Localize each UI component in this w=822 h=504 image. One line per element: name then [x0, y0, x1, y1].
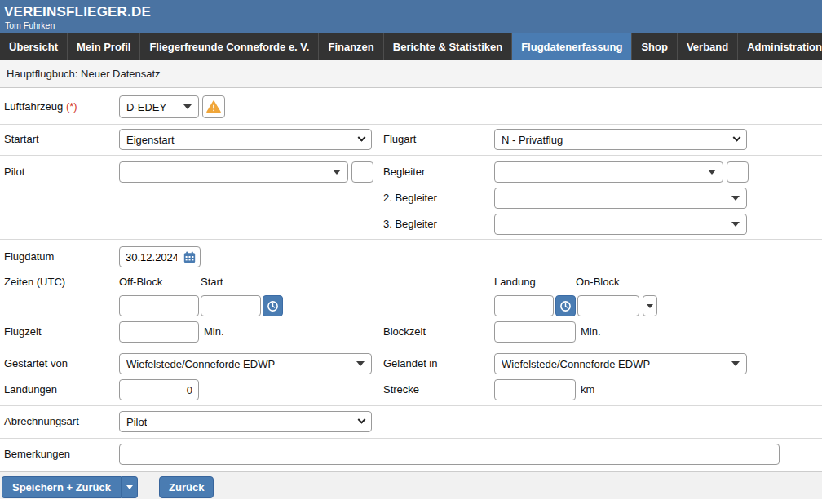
- begleiter2-combobox[interactable]: [494, 188, 747, 209]
- tab-administration[interactable]: Administration: [738, 33, 822, 60]
- begleiter3-combobox[interactable]: [494, 214, 747, 235]
- page: VEREINSFLIEGER.DE Tom Fuhrken Übersicht …: [0, 0, 822, 504]
- begleiter3-label: 3. Begleiter: [383, 218, 437, 230]
- gestartet-von-combobox[interactable]: Wiefelstede/Conneforde EDWP: [119, 353, 372, 374]
- strecke-unit: km: [581, 383, 594, 396]
- luftfahrzeug-value: D-EDEY: [126, 101, 166, 113]
- caret-down-icon: [647, 304, 653, 308]
- divider: [0, 239, 822, 240]
- startart-value: Eigenstart: [126, 134, 175, 146]
- bemerkungen-label: Bemerkungen: [4, 448, 70, 460]
- abrechnungsart-label: Abrechnungsart: [4, 415, 79, 427]
- begleiter-combobox[interactable]: [494, 161, 723, 183]
- zeiten-label: Zeiten (UTC): [4, 276, 65, 288]
- chevron-down-icon: [733, 133, 741, 141]
- divider: [0, 405, 822, 406]
- gestartet-von-label: Gestartet von: [4, 357, 68, 369]
- warning-icon: [206, 100, 221, 113]
- flugart-label: Flugart: [383, 133, 416, 145]
- divider: [0, 438, 822, 439]
- blockzeit-unit: Min.: [581, 325, 601, 338]
- brand-logo[interactable]: VEREINSFLIEGER.DE: [4, 4, 151, 20]
- landungen-input[interactable]: [119, 379, 199, 400]
- caret-down-icon: [333, 170, 341, 175]
- landungen-label: Landungen: [4, 383, 57, 396]
- on-block-input[interactable]: [577, 295, 639, 316]
- tab-flugdatenerfassung[interactable]: Flugdatenerfassung: [512, 33, 632, 60]
- app-header: VEREINSFLIEGER.DE Tom Fuhrken: [0, 0, 822, 33]
- tab-fliegerfreunde-conneforde[interactable]: Fliegerfreunde Conneforde e. V.: [140, 33, 319, 60]
- flugzeit-unit: Min.: [204, 325, 224, 338]
- luftfahrzeug-label-text: Luftfahrzeug: [4, 100, 63, 113]
- caret-down-icon: [708, 170, 716, 175]
- clock-icon: [267, 300, 279, 312]
- luftfahrzeug-label: Luftfahrzeug (*): [4, 100, 77, 113]
- aircraft-warning-button[interactable]: [202, 95, 225, 118]
- chevron-down-icon: [358, 133, 366, 141]
- bemerkungen-input[interactable]: [119, 444, 780, 465]
- off-block-input[interactable]: [119, 295, 199, 316]
- luftfahrzeug-combobox[interactable]: D-EDEY: [119, 95, 199, 118]
- action-bar: Speichern + Zurück Zurück: [0, 471, 822, 499]
- chevron-down-icon: [358, 415, 366, 423]
- divider: [0, 347, 822, 347]
- tab-shop[interactable]: Shop: [632, 33, 678, 60]
- save-and-back-button[interactable]: Speichern + Zurück: [2, 476, 121, 498]
- landing-time-now-button[interactable]: [555, 295, 576, 316]
- startart-label: Startart: [4, 133, 39, 145]
- tab-mein-profil[interactable]: Mein Profil: [68, 33, 140, 60]
- caret-down-icon: [356, 361, 365, 366]
- start-time-now-button[interactable]: [263, 295, 283, 316]
- flugart-select[interactable]: N - Privatflug: [494, 129, 747, 150]
- breadcrumb: Hauptflugbuch: Neuer Datensatz: [0, 60, 822, 88]
- flugart-value: N - Privatflug: [502, 134, 563, 146]
- caret-down-icon: [126, 485, 133, 489]
- flugdatum-input[interactable]: [120, 251, 177, 263]
- caret-down-icon: [731, 361, 740, 366]
- begleiter2-label: 2. Begleiter: [383, 192, 437, 204]
- tab-verband[interactable]: Verband: [678, 33, 738, 60]
- blockzeit-label: Blockzeit: [383, 325, 426, 338]
- logged-in-user: Tom Fuhrken: [5, 20, 55, 30]
- flugdatum-label: Flugdatum: [4, 250, 54, 263]
- calendar-button[interactable]: [183, 251, 196, 263]
- flugzeit-label: Flugzeit: [4, 325, 42, 338]
- pilot-lookup-button[interactable]: [351, 161, 373, 183]
- strecke-label: Strecke: [383, 383, 419, 396]
- start-label: Start: [201, 276, 223, 288]
- begleiter-lookup-button[interactable]: [727, 161, 749, 183]
- strecke-input[interactable]: [494, 379, 576, 400]
- divider: [0, 155, 822, 156]
- calendar-icon: [183, 251, 196, 263]
- gestartet-von-value: Wiefelstede/Conneforde EDWP: [126, 358, 275, 370]
- blockzeit-input[interactable]: [494, 321, 576, 343]
- abrechnungsart-select[interactable]: Pilot: [119, 411, 372, 432]
- divider: [0, 124, 822, 125]
- flugdatum-field: [119, 246, 201, 267]
- flugzeit-input[interactable]: [119, 321, 199, 343]
- pilot-combobox[interactable]: [119, 161, 348, 183]
- tab-berichte-statistiken[interactable]: Berichte & Statistiken: [384, 33, 512, 60]
- tab-uebersicht[interactable]: Übersicht: [0, 33, 68, 60]
- caret-down-icon: [183, 104, 192, 109]
- landung-label: Landung: [494, 276, 536, 288]
- on-block-dropdown-button[interactable]: [643, 295, 657, 316]
- start-input[interactable]: [201, 295, 261, 316]
- on-block-label: On-Block: [576, 276, 619, 288]
- caret-down-icon: [731, 222, 740, 227]
- startart-select[interactable]: Eigenstart: [119, 129, 372, 150]
- pilot-label: Pilot: [4, 166, 24, 178]
- clock-icon: [559, 300, 572, 312]
- required-mark: (*): [66, 100, 77, 113]
- gelandet-in-combobox[interactable]: Wiefelstede/Conneforde EDWP: [494, 353, 747, 374]
- main-nav: Übersicht Mein Profil Fliegerfreunde Con…: [0, 33, 822, 60]
- save-options-dropdown-button[interactable]: [121, 476, 138, 498]
- page-title: Hauptflugbuch: Neuer Datensatz: [7, 68, 161, 80]
- landung-input[interactable]: [494, 295, 554, 316]
- abrechnungsart-value: Pilot: [126, 416, 147, 428]
- off-block-label: Off-Block: [119, 276, 162, 288]
- back-button[interactable]: Zurück: [159, 476, 214, 498]
- gelandet-in-label: Gelandet in: [383, 357, 438, 369]
- gelandet-in-value: Wiefelstede/Conneforde EDWP: [502, 358, 650, 370]
- tab-finanzen[interactable]: Finanzen: [319, 33, 383, 60]
